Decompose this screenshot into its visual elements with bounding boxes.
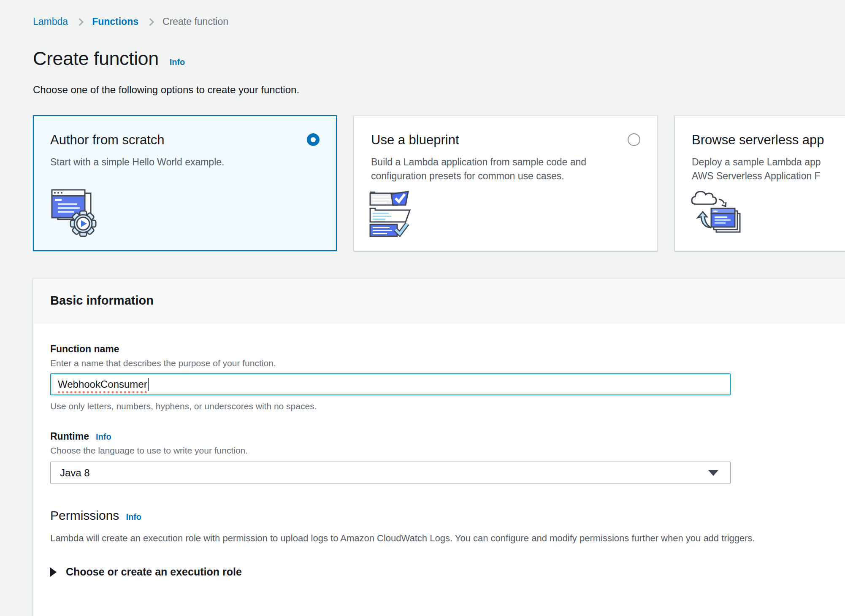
card-description: Deploy a sample Lambda app AWS Serverles… xyxy=(692,155,845,183)
browse-serverless-app-icon xyxy=(690,187,745,240)
basic-information-header: Basic information xyxy=(33,278,845,323)
permissions-description: Lambda will create an execution role wit… xyxy=(50,533,845,544)
card-description: Start with a simple Hello World example. xyxy=(50,155,320,169)
permissions-section: Permissions Info Lambda will create an e… xyxy=(50,508,845,578)
page-title-row: Create function Info xyxy=(33,48,845,70)
card-author-from-scratch[interactable]: Author from scratch Start with a simple … xyxy=(33,115,337,251)
use-a-blueprint-icon xyxy=(369,188,416,240)
basic-information-panel: Basic information Function name Enter a … xyxy=(33,278,845,616)
breadcrumb-current: Create function xyxy=(162,16,228,27)
chevron-right-icon xyxy=(146,18,154,26)
breadcrumb-functions-link[interactable]: Functions xyxy=(92,16,138,27)
chevron-down-icon xyxy=(708,470,718,476)
title-info-link[interactable]: Info xyxy=(170,57,185,67)
function-name-help: Enter a name that describes the purpose … xyxy=(50,358,845,368)
permissions-info-link[interactable]: Info xyxy=(126,512,141,522)
radio-use-a-blueprint[interactable] xyxy=(628,133,640,146)
radio-author-from-scratch[interactable] xyxy=(307,133,320,146)
runtime-label: Runtime xyxy=(50,431,89,442)
card-description-line2: AWS Serverless Application F xyxy=(692,169,845,183)
creation-option-cards: Author from scratch Start with a simple … xyxy=(33,115,845,251)
card-title: Browse serverless app xyxy=(692,132,824,148)
function-name-value: WebhookConsumer xyxy=(58,378,147,390)
card-title: Use a blueprint xyxy=(371,132,459,148)
card-browse-serverless-app[interactable]: Browse serverless app Deploy a sample La… xyxy=(674,115,845,251)
breadcrumb: Lambda Functions Create function xyxy=(33,16,845,27)
page-subtitle: Choose one of the following options to c… xyxy=(33,84,845,96)
execution-role-expander[interactable]: Choose or create an execution role xyxy=(50,566,845,578)
runtime-selected-option: Java 8 xyxy=(60,467,90,479)
permissions-title: Permissions xyxy=(50,508,119,523)
card-description: Build a Lambda application from sample c… xyxy=(371,155,640,183)
card-use-a-blueprint[interactable]: Use a blueprint Build a Lambda applicati… xyxy=(354,115,658,251)
chevron-right-icon xyxy=(76,18,84,26)
breadcrumb-lambda-link[interactable]: Lambda xyxy=(33,16,68,27)
page-title: Create function xyxy=(33,48,159,70)
runtime-info-link[interactable]: Info xyxy=(96,432,111,442)
triangle-right-icon xyxy=(50,567,57,577)
execution-role-expander-label: Choose or create an execution role xyxy=(66,566,242,578)
function-name-constraint: Use only letters, numbers, hyphens, or u… xyxy=(50,401,845,411)
runtime-label-row: Runtime Info xyxy=(50,431,845,442)
function-name-field: Function name Enter a name that describe… xyxy=(50,343,845,411)
function-name-label: Function name xyxy=(50,343,845,355)
text-cursor xyxy=(148,378,149,391)
author-from-scratch-icon xyxy=(49,187,103,240)
card-head: Use a blueprint xyxy=(371,132,640,148)
card-head: Browse serverless app xyxy=(692,132,845,148)
card-head: Author from scratch xyxy=(50,132,320,148)
runtime-help: Choose the language to use to write your… xyxy=(50,446,845,456)
runtime-field: Runtime Info Choose the language to use … xyxy=(50,431,845,484)
runtime-select[interactable]: Java 8 xyxy=(50,462,731,484)
basic-information-body: Function name Enter a name that describe… xyxy=(33,323,845,616)
function-name-input[interactable]: WebhookConsumer xyxy=(50,373,731,395)
basic-information-title: Basic information xyxy=(50,294,845,308)
card-description-line1: Deploy a sample Lambda app xyxy=(692,155,845,169)
card-title: Author from scratch xyxy=(50,132,164,148)
create-function-page: Lambda Functions Create function Create … xyxy=(0,0,845,616)
permissions-title-row: Permissions Info xyxy=(50,508,845,523)
